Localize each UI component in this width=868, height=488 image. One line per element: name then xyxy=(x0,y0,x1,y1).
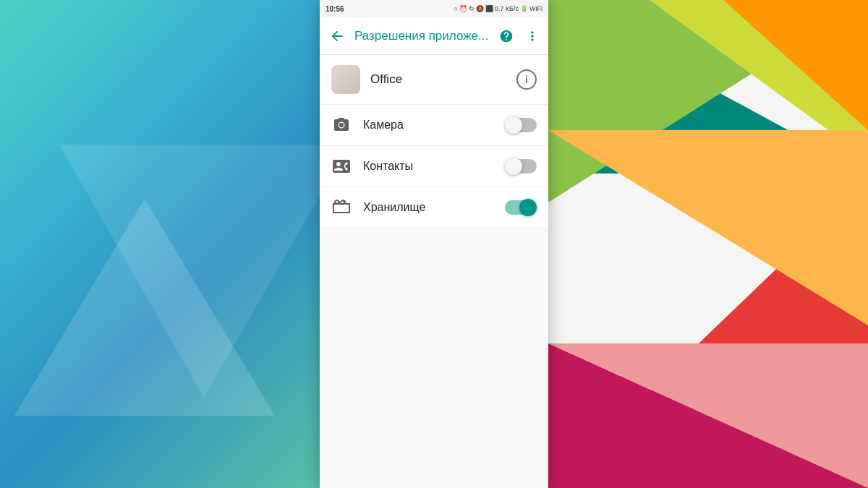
battery-saver-icon: ⬛ xyxy=(485,5,493,12)
app-icon xyxy=(331,65,360,94)
top-actions xyxy=(496,26,542,46)
status-bar: 10:56 ○ ⏰ ↻ 🔕 ⬛ 0,7 КБ/с 🔋 WiFi xyxy=(320,0,548,17)
top-bar: Разрешения приложе... xyxy=(320,17,548,55)
alarm-icon: ⏰ xyxy=(459,5,467,12)
status-time: 10:56 xyxy=(326,5,344,13)
storage-toggle-thumb xyxy=(519,199,537,216)
camera-icon xyxy=(331,115,352,135)
contacts-toggle-thumb xyxy=(505,158,522,175)
contacts-icon xyxy=(331,156,352,176)
contacts-label: Контакты xyxy=(363,160,505,173)
contacts-toggle[interactable] xyxy=(505,158,537,175)
storage-toggle[interactable] xyxy=(505,199,537,216)
more-button[interactable] xyxy=(522,26,542,46)
status-icons: ○ ⏰ ↻ 🔕 ⬛ 0,7 КБ/с 🔋 WiFi xyxy=(454,5,542,12)
storage-icon xyxy=(331,197,352,218)
app-name: Office xyxy=(370,72,516,87)
camera-label: Камера xyxy=(363,119,505,132)
camera-toggle-thumb xyxy=(505,116,522,134)
page-title: Разрешения приложе... xyxy=(354,29,490,43)
left-background xyxy=(0,0,320,488)
info-icon: i xyxy=(525,74,528,85)
back-button[interactable] xyxy=(326,25,349,48)
right-background xyxy=(548,0,868,488)
camera-toggle[interactable] xyxy=(505,116,537,134)
app-info-button[interactable]: i xyxy=(516,69,537,90)
wifi-icon: WiFi xyxy=(529,5,542,12)
phone-screen: 10:56 ○ ⏰ ↻ 🔕 ⬛ 0,7 КБ/с 🔋 WiFi Разрешен… xyxy=(320,0,548,488)
content-area xyxy=(320,228,548,488)
camera-permission-row: Камера xyxy=(320,105,548,146)
storage-label: Хранилище xyxy=(363,201,505,214)
help-button[interactable] xyxy=(496,26,516,46)
rotate-icon: ↻ xyxy=(469,5,475,12)
battery-icon: 🔋 xyxy=(520,5,528,12)
sound-icon: 🔕 xyxy=(476,5,484,12)
storage-permission-row: Хранилище xyxy=(320,187,548,228)
network-text: 0,7 КБ/с xyxy=(495,5,519,12)
app-header-row: Office i xyxy=(320,55,548,105)
contacts-permission-row: Контакты xyxy=(320,146,548,187)
notification-icon: ○ xyxy=(454,5,457,12)
